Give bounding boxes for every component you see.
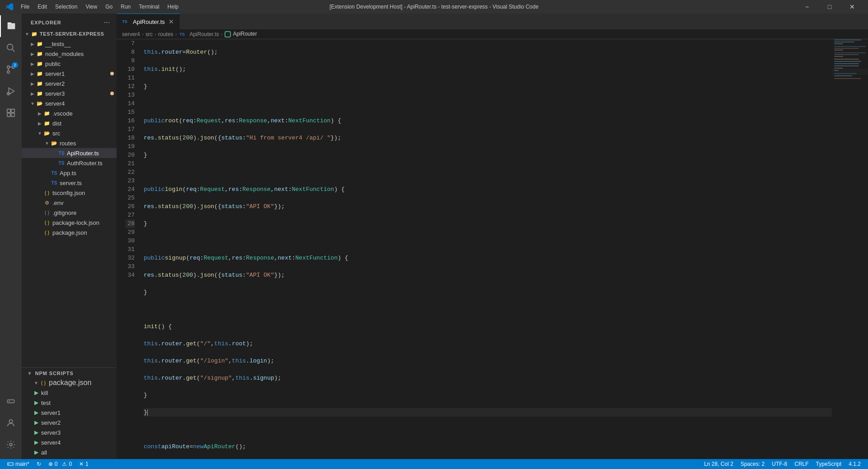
npm-package-item[interactable]: ▼ { } package.json [22, 378, 117, 388]
breadcrumb-server4[interactable]: server4 [122, 31, 140, 37]
breadcrumb-routes[interactable]: routes [158, 31, 173, 37]
root-folder[interactable]: ▼ 📁 TEST-SERVER-EXPRESS [22, 29, 117, 39]
status-encoding-label: UTF-8 [772, 461, 787, 467]
status-spaces[interactable]: Spaces: 2 [737, 459, 768, 469]
menu-view[interactable]: View [82, 3, 101, 11]
npm-script-all[interactable]: ▶ all [22, 447, 117, 457]
status-remote[interactable]: main* [4, 459, 33, 469]
npm-scripts-header[interactable]: ▼ NPM SCRIPTS [22, 368, 117, 378]
tsconfig-label: tsconfig.json [52, 190, 85, 196]
activity-bar: 2 [0, 14, 22, 459]
tree-item-authrouter[interactable]: ▶ TS AuthRouter.ts [22, 158, 117, 168]
status-encoding[interactable]: UTF-8 [768, 459, 791, 469]
menu-run[interactable]: Run [117, 3, 134, 11]
server4-arrow: ▼ [29, 100, 36, 107]
close-button[interactable]: ✕ [842, 0, 863, 14]
menu-edit[interactable]: Edit [34, 3, 51, 11]
server4-folder-icon: 📂 [36, 100, 43, 107]
tree-item-routes[interactable]: ▼ 📂 routes [22, 138, 117, 148]
extensions-icon [6, 108, 16, 118]
tree-item-vscode[interactable]: ▶ 📁 .vscode [22, 108, 117, 118]
code-text[interactable]: this.router = Router(); this.init(); } p… [139, 39, 832, 459]
ln-27: 27 [126, 211, 135, 219]
tree-item-server-ts[interactable]: ▶ TS server.ts [22, 178, 117, 188]
activity-account[interactable] [0, 412, 22, 434]
minimap[interactable] [832, 39, 868, 459]
tree-item-apirouter[interactable]: ▶ TS ApiRouter.ts [22, 148, 117, 158]
tree-item-server1[interactable]: ▶ 📁 server1 [22, 69, 117, 79]
breadcrumb-src[interactable]: src [145, 31, 153, 37]
npm-script-kill[interactable]: ▶ kill [22, 388, 117, 398]
explorer-more-button[interactable]: ··· [103, 18, 111, 27]
tree-item-public[interactable]: ▶ 📁 public [22, 59, 117, 69]
status-position[interactable]: Ln 28, Col 2 [700, 459, 737, 469]
tree-item-tests[interactable]: ▶ 📁 __tests__ [22, 39, 117, 49]
tests-arrow: ▶ [29, 40, 36, 47]
line-numbers: 7 8 9 10 11 12 13 14 15 16 17 18 19 20 2… [117, 39, 139, 459]
tree-item-package-lock[interactable]: ▶ { } package-lock.json [22, 218, 117, 228]
explorer-header: EXPLORER ··· [22, 14, 117, 29]
status-sync[interactable]: ↻ [33, 459, 45, 469]
breadcrumb-symbol[interactable]: ApiRouter [225, 31, 257, 37]
npm-script-test[interactable]: ▶ test [22, 398, 117, 408]
node-modules-folder-icon: 📁 [36, 50, 43, 57]
breadcrumb-filename[interactable]: ApiRouter.ts [189, 31, 219, 37]
tree-item-tsconfig[interactable]: ▶ { } tsconfig.json [22, 188, 117, 198]
code-line-15: public login(req: Request, res: Response… [144, 185, 832, 194]
npm-script-server4[interactable]: ▶ server4 [22, 437, 117, 447]
tab-close-button[interactable]: ✕ [168, 18, 175, 26]
status-eol[interactable]: CRLF [791, 459, 812, 469]
tree-item-env[interactable]: ▶ ⚙ .env [22, 198, 117, 208]
svg-rect-29 [834, 65, 859, 66]
root-folder-label: TEST-SERVER-EXPRESS [40, 31, 104, 37]
status-right: Ln 28, Col 2 Spaces: 2 UTF-8 CRLF TypeSc… [700, 459, 864, 469]
menu-terminal[interactable]: Terminal [135, 3, 163, 11]
status-errors[interactable]: ⊗ 0 ⚠ 0 [45, 459, 75, 469]
ln-23: 23 [126, 176, 135, 185]
menu-selection[interactable]: Selection [52, 3, 81, 11]
maximize-button[interactable]: □ [819, 0, 840, 14]
npm-script-server2[interactable]: ▶ server2 [22, 418, 117, 427]
ln-20: 20 [126, 151, 135, 159]
minimize-button[interactable]: − [797, 0, 817, 14]
activity-extensions[interactable] [0, 102, 22, 124]
npm-script-label-kill: kill [41, 390, 48, 396]
npm-script-server1[interactable]: ▶ server1 [22, 408, 117, 418]
code-line-14 [144, 168, 832, 176]
code-line-28: } [144, 408, 832, 417]
npm-script-server3[interactable]: ▶ server3 [22, 427, 117, 437]
tree-item-gitignore[interactable]: ▶ { } .gitignore [22, 208, 117, 218]
tree-item-dist[interactable]: ▶ 📁 dist [22, 118, 117, 128]
activity-settings[interactable] [0, 434, 22, 455]
status-language[interactable]: TypeScript [812, 459, 845, 469]
tree-item-server2[interactable]: ▶ 📁 server2 [22, 79, 117, 88]
menu-file[interactable]: File [17, 3, 33, 11]
tree-item-server4[interactable]: ▼ 📂 server4 [22, 98, 117, 108]
titlebar-menu: File Edit Selection View Go Run Terminal… [17, 3, 182, 11]
tree-item-node-modules[interactable]: ▶ 📁 node_modules [22, 49, 117, 59]
menu-help[interactable]: Help [164, 3, 183, 11]
activity-remote[interactable] [0, 390, 22, 412]
tree-item-app[interactable]: ▶ TS App.ts [22, 168, 117, 178]
menu-go[interactable]: Go [102, 3, 116, 11]
apirouter-label: ApiRouter.ts [67, 150, 99, 157]
app-ts-icon: TS [51, 169, 58, 176]
activity-run[interactable] [0, 80, 22, 102]
status-info-icon: ✕ [79, 461, 84, 467]
code-editor[interactable]: 7 8 9 10 11 12 13 14 15 16 17 18 19 20 2… [117, 39, 868, 459]
activity-explorer[interactable] [0, 15, 22, 37]
ln-25: 25 [126, 194, 135, 202]
tree-item-server3[interactable]: ▶ 📁 server3 [22, 88, 117, 98]
status-info[interactable]: ✕ 1 [75, 459, 92, 469]
svg-line-2 [12, 49, 15, 52]
tree-item-src[interactable]: ▼ 📂 src [22, 128, 117, 138]
gitignore-label: .gitignore [52, 209, 76, 216]
code-line-8: this.init(); [144, 65, 832, 74]
activity-source-control[interactable]: 2 [0, 59, 22, 80]
tab-bar: TS ApiRouter.ts ✕ [117, 14, 868, 29]
activity-search[interactable] [0, 37, 22, 59]
code-line-9: } [144, 82, 832, 91]
tab-apirouter[interactable]: TS ApiRouter.ts ✕ [117, 14, 180, 29]
status-ts-version[interactable]: 4.1.2 [845, 459, 864, 469]
tree-item-package-json[interactable]: ▶ { } package.json [22, 228, 117, 237]
